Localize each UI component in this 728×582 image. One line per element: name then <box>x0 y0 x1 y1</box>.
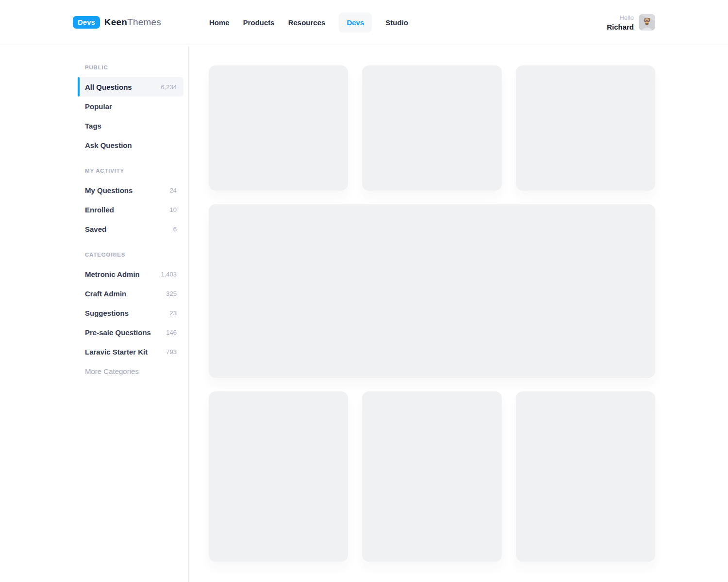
sidebar-item-label: All Questions <box>85 83 132 91</box>
sidebar-item-label: Popular <box>85 102 112 111</box>
brand-logo[interactable]: Devs KeenThemes <box>73 16 161 29</box>
sidebar-item-pre-sale-questions[interactable]: Pre-sale Questions 146 <box>78 323 183 342</box>
sidebar-item-laravic-starter-kit[interactable]: Laravic Starter Kit 793 <box>78 342 183 361</box>
sidebar-section-public: PUBLIC All Questions 6,234 Popular Tags … <box>78 58 183 155</box>
user-avatar[interactable] <box>639 14 655 31</box>
main-nav: Home Products Resources Devs Studio <box>209 13 408 32</box>
sidebar-item-count: 146 <box>166 329 177 336</box>
sidebar-item-count: 6 <box>173 226 177 233</box>
sidebar-item-craft-admin[interactable]: Craft Admin 325 <box>78 284 183 303</box>
sidebar-section-title: MY ACTIVITY <box>78 161 183 180</box>
sidebar-item-label: My Questions <box>85 186 132 194</box>
sidebar-section-categories: CATEGORIES Metronic Admin 1,403 Craft Ad… <box>78 245 183 381</box>
brand-name: KeenThemes <box>104 17 161 28</box>
sidebar-item-label: Craft Admin <box>85 290 126 298</box>
sidebar-section-title: PUBLIC <box>78 58 183 77</box>
sidebar-divider <box>188 46 189 582</box>
sidebar-item-tags[interactable]: Tags <box>78 116 183 135</box>
placeholder-card <box>516 65 655 191</box>
sidebar-item-count: 793 <box>166 348 177 356</box>
nav-item-resources[interactable]: Resources <box>288 18 326 27</box>
sidebar-item-count: 10 <box>170 206 177 213</box>
sidebar-item-saved[interactable]: Saved 6 <box>78 219 183 239</box>
sidebar-item-popular[interactable]: Popular <box>78 97 183 116</box>
nav-item-products[interactable]: Products <box>243 18 275 27</box>
brand-name-light: Themes <box>127 17 161 27</box>
sidebar-item-ask-question[interactable]: Ask Question <box>78 135 183 155</box>
sidebar-item-label: Ask Question <box>85 141 132 149</box>
placeholder-card-wide <box>209 204 655 378</box>
sidebar-item-count: 1,403 <box>161 271 177 278</box>
nav-item-home[interactable]: Home <box>209 18 230 27</box>
sidebar-item-my-questions[interactable]: My Questions 24 <box>78 180 183 200</box>
nav-item-studio[interactable]: Studio <box>385 18 408 27</box>
sidebar-item-enrolled[interactable]: Enrolled 10 <box>78 200 183 219</box>
brand-badge: Devs <box>73 16 100 29</box>
user-text: Hello Richard <box>607 14 634 31</box>
nav-item-devs[interactable]: Devs <box>339 13 372 32</box>
sidebar-item-label: Laravic Starter Kit <box>85 348 148 356</box>
content-area <box>209 65 655 562</box>
placeholder-card <box>209 391 348 562</box>
sidebar-item-label: Saved <box>85 225 106 233</box>
sidebar-item-label: More Categories <box>85 367 139 375</box>
sidebar-item-label: Metronic Admin <box>85 270 140 278</box>
sidebar: PUBLIC All Questions 6,234 Popular Tags … <box>78 45 183 381</box>
top-header: Devs KeenThemes Home Products Resources … <box>0 0 728 45</box>
user-greeting: Hello <box>607 14 634 21</box>
sidebar-section-title: CATEGORIES <box>78 245 183 264</box>
sidebar-item-label: Tags <box>85 122 101 130</box>
user-menu[interactable]: Hello Richard <box>607 14 655 31</box>
avatar-photo-icon <box>639 14 655 31</box>
user-name: Richard <box>607 23 634 31</box>
placeholder-card <box>362 391 501 562</box>
placeholder-card <box>209 65 348 191</box>
sidebar-item-all-questions[interactable]: All Questions 6,234 <box>78 77 183 97</box>
sidebar-item-label: Suggestions <box>85 309 129 317</box>
placeholder-card <box>516 391 655 562</box>
brand-name-bold: Keen <box>104 17 127 27</box>
sidebar-item-label: Pre-sale Questions <box>85 328 151 337</box>
sidebar-item-count: 23 <box>170 309 177 317</box>
sidebar-section-my-activity: MY ACTIVITY My Questions 24 Enrolled 10 … <box>78 161 183 239</box>
sidebar-item-metronic-admin[interactable]: Metronic Admin 1,403 <box>78 264 183 284</box>
sidebar-item-more-categories[interactable]: More Categories <box>78 361 183 381</box>
sidebar-item-suggestions[interactable]: Suggestions 23 <box>78 303 183 323</box>
sidebar-item-label: Enrolled <box>85 206 114 214</box>
placeholder-card <box>362 65 501 191</box>
sidebar-item-count: 6,234 <box>161 83 177 91</box>
sidebar-item-count: 325 <box>166 290 177 297</box>
sidebar-item-count: 24 <box>170 187 177 194</box>
